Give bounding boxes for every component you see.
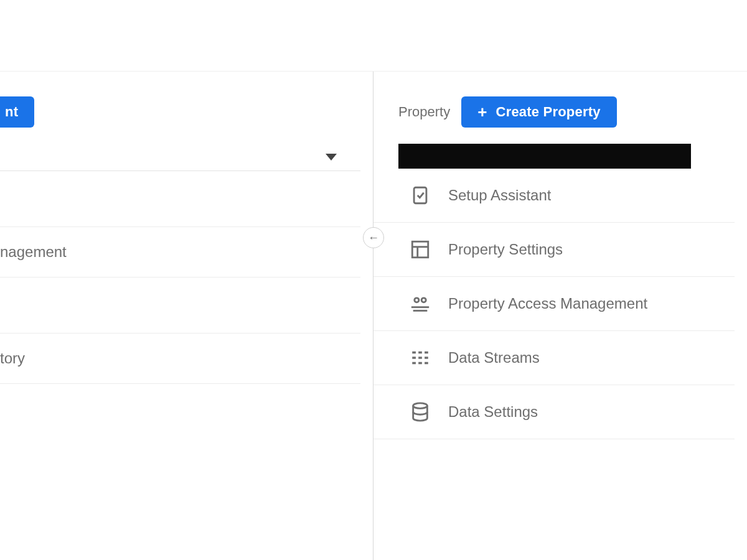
account-menu-item-management[interactable]: nagement bbox=[0, 227, 360, 278]
account-selector[interactable] bbox=[0, 139, 360, 171]
account-column-header: nt bbox=[0, 72, 360, 139]
account-menu-item-history[interactable]: tory bbox=[0, 334, 360, 384]
svg-rect-0 bbox=[414, 187, 426, 203]
property-menu-data-streams[interactable]: Data Streams bbox=[374, 331, 735, 385]
create-property-button[interactable]: + Create Property bbox=[461, 96, 616, 128]
svg-point-4 bbox=[415, 298, 419, 302]
admin-columns: ← nt nagement tory Property bbox=[0, 72, 747, 560]
svg-point-11 bbox=[413, 403, 428, 409]
property-column: Property + Create Property Setup Assista… bbox=[374, 72, 747, 560]
create-property-button-label: Create Property bbox=[496, 104, 601, 120]
property-menu-property-settings[interactable]: Property Settings bbox=[374, 223, 735, 277]
checkbox-icon bbox=[410, 185, 431, 206]
create-account-button-label: nt bbox=[5, 104, 18, 120]
layout-icon bbox=[410, 239, 431, 260]
arrow-left-icon: ← bbox=[368, 231, 379, 245]
menu-item-label: Data Settings bbox=[448, 403, 538, 421]
top-bar bbox=[0, 0, 747, 72]
account-column: nt nagement tory bbox=[0, 72, 374, 560]
property-menu-access-management[interactable]: Property Access Management bbox=[374, 277, 735, 331]
property-menu-data-settings[interactable]: Data Settings bbox=[374, 385, 735, 439]
collapse-toggle[interactable]: ← bbox=[363, 227, 384, 248]
database-icon bbox=[410, 401, 431, 422]
menu-item-label: nagement bbox=[0, 243, 67, 261]
svg-point-5 bbox=[421, 298, 426, 302]
svg-rect-1 bbox=[412, 241, 428, 258]
menu-item-label: Data Streams bbox=[448, 349, 540, 366]
property-name-redacted bbox=[398, 144, 691, 169]
chevron-down-icon bbox=[326, 154, 337, 161]
menu-item-label: tory bbox=[0, 350, 25, 367]
create-account-button[interactable]: nt bbox=[0, 96, 34, 128]
streams-icon bbox=[410, 347, 431, 368]
property-menu: Setup Assistant Property Settings bbox=[374, 169, 735, 439]
menu-item-label: Property Settings bbox=[448, 241, 563, 258]
account-menu-item[interactable] bbox=[0, 171, 360, 227]
account-menu: nagement tory bbox=[0, 171, 360, 384]
property-column-header: Property + Create Property bbox=[374, 72, 735, 139]
menu-item-label: Setup Assistant bbox=[448, 187, 551, 204]
menu-item-label: Property Access Management bbox=[448, 295, 647, 312]
account-menu-item[interactable] bbox=[0, 278, 360, 334]
property-column-title: Property bbox=[398, 104, 450, 120]
property-menu-setup-assistant[interactable]: Setup Assistant bbox=[374, 169, 735, 223]
people-icon bbox=[410, 293, 431, 314]
